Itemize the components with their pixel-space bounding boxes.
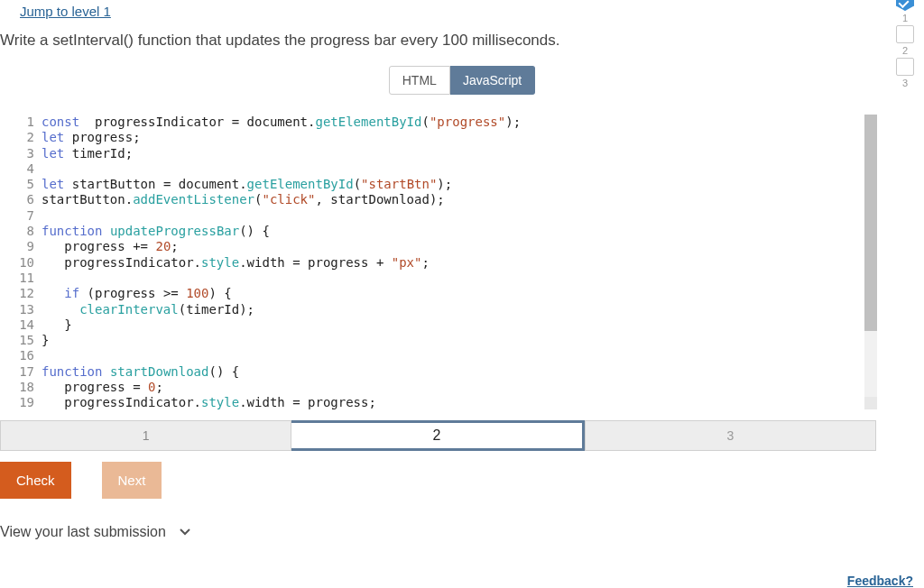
step-rail: 1 2 3 bbox=[893, 0, 917, 88]
tab-javascript[interactable]: JavaScript bbox=[450, 66, 535, 95]
next-button[interactable]: Next bbox=[102, 462, 162, 499]
rail-step-3[interactable]: 3 bbox=[896, 58, 914, 88]
action-buttons: Check Next bbox=[0, 462, 924, 499]
code-tab-row: HTML JavaScript bbox=[0, 50, 924, 95]
rail-step-box bbox=[896, 25, 914, 43]
jump-to-level-link[interactable]: Jump to level 1 bbox=[0, 0, 924, 19]
editor-gutter: 12345678910111213141516171819 bbox=[0, 115, 42, 409]
rail-step-label: 3 bbox=[902, 78, 908, 88]
view-last-label: View your last submission bbox=[0, 524, 166, 540]
check-button[interactable]: Check bbox=[0, 462, 71, 499]
rail-step-box bbox=[896, 58, 914, 76]
editor-scrollbar-thumb[interactable] bbox=[864, 115, 877, 331]
view-last-submission[interactable]: View your last submission bbox=[0, 524, 924, 540]
rail-step-2[interactable]: 2 bbox=[896, 25, 914, 56]
rail-step-box-done bbox=[896, 0, 914, 11]
question-prompt: Write a setInterval() function that upda… bbox=[0, 19, 924, 50]
level-tab-1[interactable]: 1 bbox=[0, 420, 291, 451]
editor-scrollbar-track[interactable] bbox=[864, 115, 877, 409]
feedback-link[interactable]: Feedback? bbox=[847, 574, 913, 588]
editor-code-area[interactable]: const progressIndicator = document.getEl… bbox=[42, 115, 877, 409]
rail-step-label: 2 bbox=[902, 45, 908, 56]
rail-step-1[interactable]: 1 bbox=[896, 0, 914, 23]
tab-html[interactable]: HTML bbox=[389, 66, 450, 95]
code-editor[interactable]: 12345678910111213141516171819 const prog… bbox=[0, 115, 877, 409]
level-step-tabs: 1 2 3 bbox=[0, 420, 876, 451]
editor-scroll-corner bbox=[864, 397, 877, 409]
level-tab-3[interactable]: 3 bbox=[585, 420, 876, 451]
level-tab-2[interactable]: 2 bbox=[291, 420, 584, 451]
rail-step-label: 1 bbox=[902, 13, 908, 23]
chevron-down-icon bbox=[179, 526, 191, 538]
